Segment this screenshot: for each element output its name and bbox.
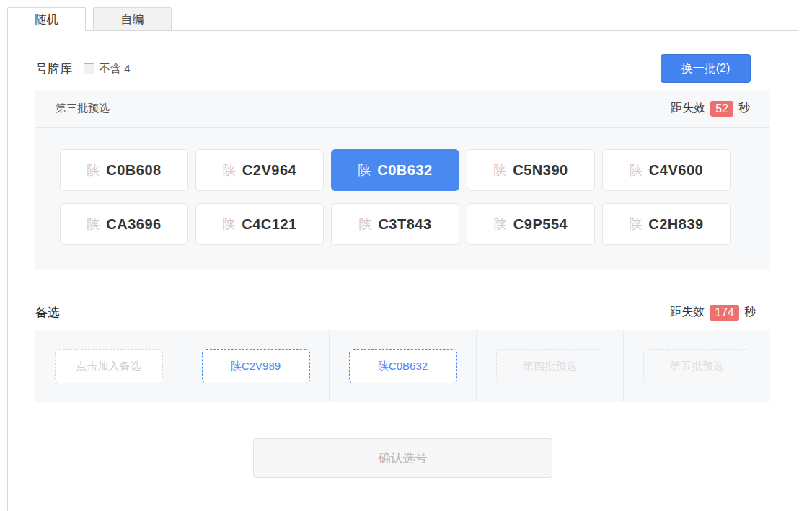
backup-slot[interactable]: 点击加入备选 [35, 330, 182, 402]
plate-option[interactable]: 陕 C2V964 [195, 149, 324, 191]
plate-province: 陕 [87, 215, 100, 233]
plate-province: 陕 [358, 161, 371, 179]
tab-bar: 随机 自编 [0, 7, 812, 31]
plate-number: CA3696 [106, 216, 161, 233]
countdown-badge: 52 [710, 101, 733, 117]
backup-header: 备选 距失效 174 秒 [35, 304, 756, 321]
plate-option[interactable]: 陕 C3T843 [331, 203, 459, 245]
library-title: 号牌库 [35, 61, 72, 77]
checkbox-label: 不含 4 [100, 62, 131, 76]
backup-slot-box: 陕C2V989 [202, 349, 310, 383]
countdown-suffix: 秒 [744, 305, 756, 320]
tab-random[interactable]: 随机 [7, 7, 86, 31]
batch-title: 第三批预选 [56, 102, 110, 115]
plate-option[interactable]: 陕 C5N390 [467, 149, 595, 191]
plate-number: C3T843 [378, 216, 431, 233]
backup-slot-box: 第四批预选 [496, 349, 604, 383]
backup-slot[interactable]: 第五批预选 [624, 330, 770, 402]
plate-option[interactable]: 陕 C0B632 [331, 149, 459, 191]
plate-option[interactable]: 陕 C0B608 [60, 149, 188, 191]
countdown-prefix: 距失效 [670, 305, 705, 320]
plate-number: C0B608 [106, 162, 161, 179]
plate-selection-panel: 号牌库 不含 4 换一批(2) 第三批预选 距失效 52 秒 陕 C0B608 … [7, 30, 798, 511]
plate-grid: 陕 C0B608 陕 C2V964 陕 C0B632 陕 C5N390 陕 C4… [35, 128, 770, 270]
plate-number: C2H839 [648, 216, 703, 233]
plate-option[interactable]: 陕 CA3696 [60, 203, 188, 245]
confirm-button[interactable]: 确认选号 [253, 438, 552, 478]
countdown-suffix: 秒 [738, 101, 750, 116]
plate-number: C4C121 [242, 216, 296, 233]
checkbox-icon[interactable] [84, 63, 94, 74]
backup-slot-box: 陕C0B632 [349, 349, 457, 383]
backup-countdown: 距失效 174 秒 [670, 305, 756, 321]
plate-option[interactable]: 陕 C4V600 [602, 149, 731, 191]
plate-option[interactable]: 陕 C9P554 [467, 203, 595, 245]
tab-custom[interactable]: 自编 [93, 7, 172, 31]
plate-number: C2V964 [242, 162, 296, 179]
plate-province: 陕 [494, 215, 507, 233]
backup-slot[interactable]: 第四批预选 [477, 330, 624, 402]
batch-panel: 第三批预选 距失效 52 秒 陕 C0B608 陕 C2V964 陕 C0B63… [35, 90, 770, 270]
backup-slot[interactable]: 陕C2V989 [182, 330, 330, 402]
plate-number: C4V600 [649, 162, 703, 179]
countdown-prefix: 距失效 [671, 101, 705, 116]
backup-title: 备选 [35, 304, 60, 321]
plate-province: 陕 [629, 215, 642, 233]
batch-header: 第三批预选 距失效 52 秒 [35, 90, 770, 128]
plate-province: 陕 [223, 161, 236, 179]
plate-province: 陕 [630, 161, 643, 179]
countdown-badge: 174 [710, 305, 739, 321]
refresh-batch-button[interactable]: 换一批(2) [661, 54, 751, 83]
plate-province: 陕 [87, 161, 100, 179]
plate-option[interactable]: 陕 C2H839 [602, 203, 731, 245]
batch-countdown: 距失效 52 秒 [671, 101, 750, 117]
backup-slot-box: 点击加入备选 [55, 349, 163, 383]
exclude-4-checkbox[interactable]: 不含 4 [84, 62, 131, 76]
plate-province: 陕 [493, 161, 506, 179]
plate-number: C9P554 [513, 216, 568, 233]
plate-number: C0B632 [377, 162, 432, 179]
backup-strip: 点击加入备选 陕C2V989 陕C0B632 第四批预选 第五批预选 [35, 330, 770, 402]
backup-slot[interactable]: 陕C0B632 [330, 330, 477, 402]
backup-slot-box: 第五批预选 [643, 349, 751, 383]
plate-province: 陕 [358, 215, 371, 233]
plate-number: C5N390 [513, 162, 568, 179]
plate-option[interactable]: 陕 C4C121 [195, 203, 324, 245]
library-row: 号牌库 不含 4 换一批(2) [35, 54, 751, 83]
plate-province: 陕 [222, 215, 235, 233]
